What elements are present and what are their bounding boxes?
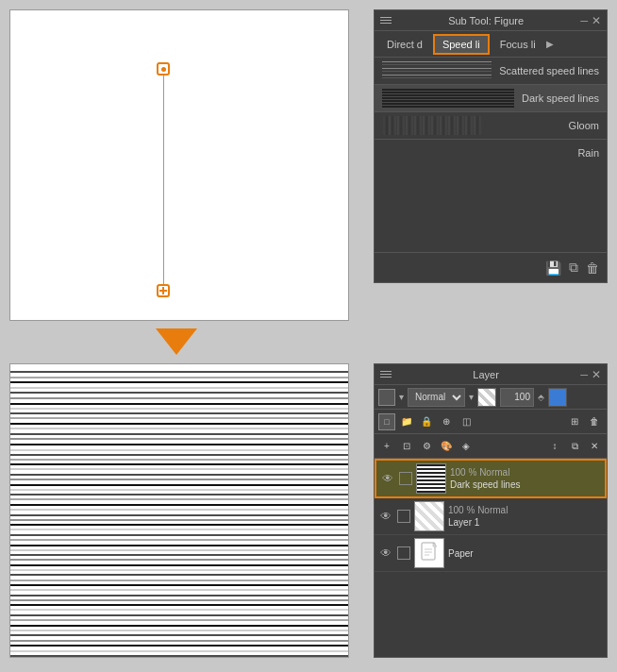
layer-minimize-icon[interactable]: ─ [580, 369, 588, 380]
layer-check-3[interactable] [397, 546, 410, 560]
opacity-spin-icon[interactable]: ⬘ [538, 393, 544, 402]
layer-close-icon[interactable]: ✕ [592, 368, 601, 381]
tab-focus-lines[interactable]: Focus li [492, 34, 544, 55]
layer-duplicate-icon[interactable]: ⧉ [566, 438, 583, 455]
tool-label-scattered: Scattered speed lines [499, 65, 599, 76]
blend-mode-select[interactable]: Normal [408, 388, 465, 407]
layer-lock-icon[interactable]: 🔒 [418, 413, 435, 430]
layer-settings-icon[interactable]: ⚙ [418, 438, 435, 455]
layer-panel-title: Layer [392, 369, 580, 380]
preview-scattered-lines [382, 61, 492, 80]
tool-item-scattered[interactable]: Scattered speed lines [375, 58, 607, 84]
layer-list: 👁 100 % Normal Dark speed lines 👁 100 % … [375, 459, 607, 657]
layer-row-paper[interactable]: 👁 Paper [375, 535, 607, 572]
color-swatch[interactable] [548, 388, 567, 407]
layer-visibility-icon-3[interactable]: 👁 [378, 546, 393, 561]
tool-list: Scattered speed lines Dark speed lines [375, 58, 607, 254]
layer-thumb-2 [414, 501, 444, 531]
layer-thumb-3 [414, 538, 444, 568]
tab-scroll-right-icon[interactable]: ▶ [546, 39, 554, 49]
gloom-preview-svg [382, 116, 561, 135]
draw-point-bottom[interactable] [157, 284, 170, 297]
tool-preview-dark [382, 89, 514, 108]
layer-row-layer1[interactable]: 👁 100 % Normal Layer 1 [375, 498, 607, 535]
sub-tool-panel-title: Sub Tool: Figure [392, 15, 580, 26]
layer-panel: Layer ─ ✕ ▾ Normal ▾ ⬘ □ 📁 🔒 ⊕ ◫ ⊞ 🗑 + ⊡… [374, 363, 608, 658]
draw-point-inner-top [161, 67, 166, 72]
speed-lines-svg [10, 364, 349, 658]
layer-panel-header: Layer ─ ✕ [375, 364, 607, 385]
tool-preview-rain [382, 143, 570, 162]
layer-toolbar: □ 📁 🔒 ⊕ ◫ ⊞ 🗑 [375, 410, 607, 434]
delete-icon[interactable]: 🗑 [586, 260, 599, 276]
paper-icon-svg [420, 542, 439, 564]
canvas-top [9, 9, 349, 321]
layer-row-dark-speed-lines[interactable]: 👁 100 % Normal Dark speed lines [375, 459, 607, 498]
preview-dark-lines [382, 89, 514, 108]
canvas-bottom [9, 363, 349, 658]
layer-check-2[interactable] [397, 510, 410, 523]
close-icon[interactable]: ✕ [592, 14, 601, 27]
layer-blend-icon[interactable]: ◈ [458, 438, 475, 455]
layer-clip-icon[interactable]: ⊡ [398, 438, 415, 455]
cross-v [162, 287, 164, 294]
layer-folder-icon[interactable]: 📁 [398, 413, 415, 430]
layer-opacity-1: 100 % Normal [450, 467, 601, 478]
tab-speed-lines[interactable]: Speed li [433, 34, 490, 55]
panel-header-icons: ─ ✕ [580, 14, 601, 27]
tool-item-dark[interactable]: Dark speed lines [375, 85, 607, 111]
blend-chevron-icon: ▾ [469, 392, 474, 402]
sub-tool-tab-bar: Direct d Speed li Focus li ▶ [375, 31, 607, 58]
layer-info-2: 100 % Normal Layer 1 [448, 505, 603, 528]
layer-toolbar-2: + ⊡ ⚙ 🎨 ◈ ↕ ⧉ ✕ [375, 434, 607, 459]
layer-name-2: Layer 1 [448, 517, 603, 528]
layer-visibility-icon-1[interactable]: 👁 [380, 471, 395, 486]
chevron-down-icon: ▾ [399, 392, 404, 402]
tool-item-gloom[interactable]: Gloom [375, 112, 607, 139]
speed-lines-result [10, 364, 348, 657]
layer-opacity-swatch [477, 388, 496, 407]
layer-mask-icon[interactable]: ◫ [458, 413, 475, 430]
layer-info-3: Paper [448, 548, 603, 559]
layer-merge-icon[interactable]: ⊞ [566, 413, 583, 430]
layer-thumb-1 [416, 463, 446, 494]
tab-direct[interactable]: Direct d [378, 34, 431, 55]
opacity-input[interactable] [500, 388, 534, 407]
minimize-icon[interactable]: ─ [580, 15, 588, 26]
layer-reference-icon[interactable]: ⊕ [438, 413, 455, 430]
layer-visibility-icon-2[interactable]: 👁 [378, 509, 393, 524]
layer-check-1[interactable] [399, 472, 412, 485]
layer-thumb-checker-2 [415, 502, 443, 530]
layer-name-3: Paper [448, 548, 603, 559]
save-preset-icon[interactable]: 💾 [545, 260, 561, 276]
layer-opacity-2: 100 % Normal [448, 505, 603, 515]
sub-tool-panel-bottom: 💾 ⧉ 🗑 [375, 252, 607, 282]
tool-item-rain[interactable]: Rain [375, 140, 607, 166]
sub-tool-panel-header: Sub Tool: Figure ─ ✕ [375, 10, 607, 31]
arrow-down-indicator [156, 328, 197, 355]
layer-move-icon[interactable]: ↕ [546, 438, 563, 455]
layer-info-1: 100 % Normal Dark speed lines [450, 467, 601, 490]
layer-thumb-paper-3 [415, 539, 443, 567]
tool-label-gloom: Gloom [569, 120, 599, 131]
blend-mode-row: ▾ Normal ▾ ⬘ [375, 385, 607, 410]
layer-color-icon[interactable]: 🎨 [438, 438, 455, 455]
sub-tool-panel: Sub Tool: Figure ─ ✕ Direct d Speed li F… [374, 9, 608, 283]
hamburger-menu-icon[interactable] [380, 17, 392, 24]
layer-thumb-lines-1 [417, 464, 445, 493]
layer-new-raster-icon[interactable]: □ [378, 413, 395, 430]
layer-name-1: Dark speed lines [450, 479, 601, 490]
layer-mode-square[interactable] [378, 389, 395, 406]
layer-add-icon[interactable]: + [378, 438, 395, 455]
draw-guide-line [163, 76, 164, 285]
duplicate-icon[interactable]: ⧉ [569, 260, 578, 276]
layer-hamburger-icon[interactable] [380, 371, 392, 378]
draw-point-top[interactable] [157, 62, 170, 76]
tool-label-rain: Rain [577, 147, 599, 159]
tool-label-dark: Dark speed lines [522, 92, 599, 104]
layer-trash-icon[interactable]: ✕ [586, 438, 603, 455]
tool-preview-scattered [382, 61, 492, 80]
layer-delete-icon[interactable]: 🗑 [586, 413, 603, 430]
tool-preview-gloom [382, 116, 561, 135]
